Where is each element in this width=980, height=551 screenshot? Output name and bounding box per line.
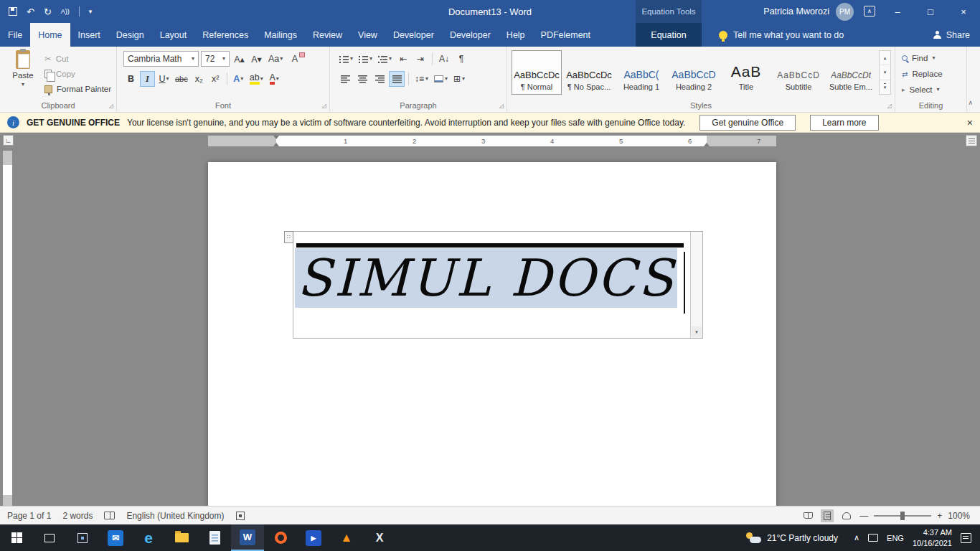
start-button[interactable] — [0, 524, 33, 551]
clock[interactable]: 4:37 AM 10/16/2021 — [913, 527, 952, 548]
tell-me-box[interactable]: Tell me what you want to do — [719, 23, 844, 47]
styles-dialog-launcher-icon[interactable]: ◿ — [887, 103, 892, 109]
paste-button[interactable]: Paste ▾ — [6, 50, 40, 95]
tab-home[interactable]: Home — [30, 23, 70, 47]
weather-widget[interactable]: 21°C Partly cloudy — [738, 532, 845, 543]
document-page[interactable]: ∷ SIMUL DOCS ▾ — [208, 162, 776, 506]
undo-icon[interactable]: ↶ — [27, 7, 34, 17]
font-size-combobox[interactable]: 72 ▾ — [201, 51, 230, 67]
line-spacing-button[interactable]: ↕≡ ▾ — [413, 71, 430, 87]
file-explorer-button[interactable] — [165, 524, 198, 551]
borders-button[interactable]: ⊞ ▾ — [451, 71, 467, 87]
text-highlight-button[interactable]: ab ▾ — [248, 71, 265, 87]
align-right-button[interactable] — [372, 71, 387, 87]
superscript-button[interactable]: x² — [208, 71, 223, 87]
tab-design[interactable]: Design — [108, 23, 152, 47]
language-indicator[interactable]: English (United Kingdom) — [126, 511, 224, 521]
tab-review[interactable]: Review — [305, 23, 350, 47]
cut-button[interactable]: ✂ Cut — [44, 52, 111, 65]
right-indent-marker[interactable] — [704, 143, 710, 146]
document-app-button[interactable] — [198, 524, 231, 551]
avatar[interactable]: PM — [836, 3, 854, 21]
action-center-icon[interactable] — [961, 533, 971, 543]
underline-button[interactable]: U ▾ — [156, 71, 171, 87]
font-name-combobox[interactable]: Cambria Math ▾ — [123, 51, 199, 67]
find-button[interactable]: Find ▾ — [895, 51, 966, 65]
frame-drag-handle-icon[interactable]: ∷ — [284, 231, 293, 243]
hanging-indent-marker[interactable] — [273, 143, 279, 146]
vertical-ruler[interactable] — [3, 151, 12, 506]
spreadsheet-app-button[interactable]: X — [363, 524, 396, 551]
page-indicator[interactable]: Page 1 of 1 — [7, 511, 51, 521]
pinned-app-2-button[interactable] — [264, 524, 297, 551]
edge-browser-button[interactable]: e — [132, 524, 165, 551]
strikethrough-button[interactable]: abc — [173, 71, 190, 87]
style-normal[interactable]: AaBbCcDc ¶ Normal — [512, 50, 562, 95]
read-mode-button[interactable] — [801, 509, 814, 522]
maximize-button[interactable]: □ — [914, 0, 947, 23]
frame-scroll-down-icon[interactable]: ▾ — [692, 326, 702, 337]
style-title[interactable]: AaB Title — [721, 50, 771, 95]
print-layout-button[interactable] — [821, 509, 834, 522]
macro-record-icon[interactable] — [236, 512, 245, 520]
collapse-ribbon-icon[interactable]: ∧ — [968, 99, 973, 106]
video-app-button[interactable]: ▶ — [297, 524, 330, 551]
shading-button[interactable]: ▾ — [432, 71, 450, 87]
subscript-button[interactable]: x₂ — [192, 71, 207, 87]
tab-layout[interactable]: Layout — [152, 23, 195, 47]
style-subtitle[interactable]: AaBbCcD Subtitle — [773, 50, 824, 95]
styles-more-button[interactable]: ▾ — [880, 80, 890, 94]
show-hide-pilcrow-button[interactable]: ¶ — [453, 51, 469, 67]
web-layout-button[interactable] — [840, 509, 853, 522]
tab-view[interactable]: View — [350, 23, 385, 47]
paragraph-dialog-launcher-icon[interactable]: ◿ — [499, 103, 504, 109]
read-aloud-icon[interactable]: A)) — [61, 9, 70, 15]
copy-button[interactable]: Copy — [44, 67, 111, 80]
grow-font-button[interactable]: A▴ — [232, 51, 247, 67]
zoom-in-button[interactable]: + — [937, 511, 942, 521]
styles-scroll-down-button[interactable]: ▾ — [880, 65, 890, 80]
ribbon-display-options-icon[interactable]: ∧ — [864, 6, 875, 17]
tab-mailings[interactable]: Mailings — [256, 23, 305, 47]
scrollbar-up-button[interactable] — [966, 135, 977, 146]
tab-developer-2[interactable]: Developer — [442, 23, 499, 47]
numbering-button[interactable]: ▾ — [357, 51, 374, 67]
zoom-level[interactable]: 100% — [948, 511, 970, 521]
font-color-button[interactable]: A ▾ — [267, 71, 282, 87]
tab-equation[interactable]: Equation — [636, 23, 702, 47]
hidden-icons-chevron-icon[interactable]: ∧ — [854, 533, 859, 542]
tab-stop-selector[interactable]: ∟ — [3, 135, 14, 146]
styles-scroll-up-button[interactable]: ▴ — [880, 51, 890, 65]
account-area[interactable]: Patricia Mworozi PM — [763, 0, 854, 23]
select-button[interactable]: ▸ Select ▾ — [895, 83, 966, 97]
shrink-font-button[interactable]: A▾ — [249, 51, 264, 67]
redo-icon[interactable]: ↻ — [44, 7, 52, 17]
selected-text-block[interactable]: SIMUL DOCS — [295, 250, 677, 306]
zoom-slider-thumb[interactable] — [900, 512, 905, 520]
tab-insert[interactable]: Insert — [70, 23, 108, 47]
customize-qat-icon[interactable]: ▾ — [89, 9, 93, 15]
share-button[interactable]: Share — [933, 23, 970, 47]
tab-file[interactable]: File — [0, 23, 30, 47]
save-icon[interactable] — [9, 7, 17, 16]
change-case-button[interactable]: Aa ▾ — [266, 51, 285, 67]
close-button[interactable]: × — [947, 0, 980, 23]
style-heading-2[interactable]: AaBbCcD Heading 2 — [669, 50, 719, 95]
bold-button[interactable]: B — [123, 71, 138, 87]
zoom-slider[interactable] — [874, 515, 931, 517]
clipboard-dialog-launcher-icon[interactable]: ◿ — [109, 103, 113, 109]
align-left-button[interactable] — [337, 71, 353, 87]
justify-button[interactable] — [389, 71, 405, 87]
format-painter-button[interactable]: Format Painter — [44, 83, 111, 95]
word-app-button[interactable]: W — [231, 524, 264, 551]
italic-button[interactable]: I — [140, 71, 155, 87]
zoom-out-button[interactable]: — — [859, 511, 868, 521]
tab-help[interactable]: Help — [499, 23, 533, 47]
pinned-app-1-button[interactable] — [66, 524, 99, 551]
task-view-button[interactable] — [33, 524, 66, 551]
align-center-button[interactable] — [354, 71, 370, 87]
proofing-icon[interactable] — [104, 512, 115, 519]
notification-close-icon[interactable]: × — [967, 117, 973, 128]
learn-more-button[interactable]: Learn more — [810, 115, 878, 131]
keyboard-language[interactable]: ENG — [887, 534, 904, 542]
